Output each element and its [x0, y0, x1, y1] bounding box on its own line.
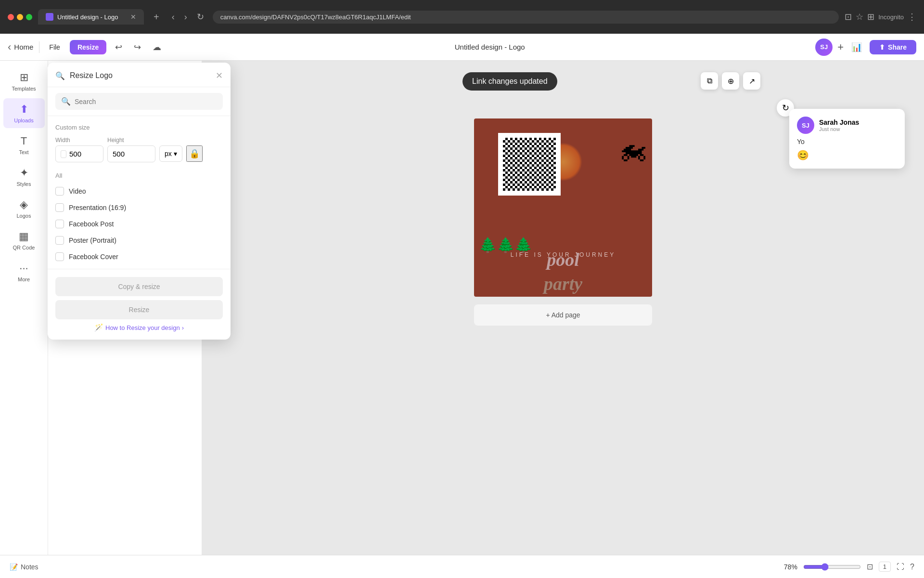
sidebar-item-qrcode[interactable]: ▦ QR Code — [3, 225, 45, 255]
wand-icon: 🪄 — [94, 323, 103, 332]
canvas-area[interactable]: Link changes updated ⧉ ⊕ ↗ ↻ 🏍 🌲🌲🌲 LIFE … — [202, 61, 924, 578]
width-input[interactable] — [69, 150, 98, 158]
notes-label: Notes — [21, 563, 38, 571]
user-avatar[interactable]: SJ — [815, 39, 833, 56]
copy-resize-btn[interactable]: Copy & resize — [55, 277, 223, 296]
sidebar-label-uploads: Uploads — [14, 118, 33, 123]
bookmark-icon[interactable]: ☆ — [856, 12, 863, 22]
header-right: SJ + 📊 ⬆ Share — [815, 39, 916, 56]
styles-icon: ✦ — [20, 167, 28, 179]
sidebar-item-text[interactable]: T Text — [3, 130, 45, 160]
sidebar-item-styles[interactable]: ✦ Styles — [3, 162, 45, 192]
canvas-card[interactable]: 🏍 🌲🌲🌲 LIFE IS YOUR JOURNEY pool party — [474, 118, 652, 297]
presentation-label: Presentation (16:9) — [69, 204, 126, 211]
comment-user-name: Sarah Jonas — [819, 118, 859, 126]
width-group: Width — [55, 137, 103, 162]
notes-btn[interactable]: 📝 Notes — [10, 563, 38, 571]
maximize-window-btn[interactable] — [26, 14, 32, 20]
copy-btn[interactable]: ⧉ — [701, 72, 718, 90]
width-input-wrapper — [55, 145, 103, 162]
add-page-btn[interactable]: + Add page — [474, 304, 652, 326]
video-label: Video — [69, 187, 86, 195]
export-btn[interactable]: ↗ — [743, 72, 760, 90]
forward-btn[interactable]: › — [181, 10, 190, 24]
search-input[interactable] — [75, 98, 217, 105]
height-input[interactable] — [113, 150, 146, 158]
comment-time: Just now — [819, 126, 859, 132]
facebook-post-label: Facebook Post — [69, 220, 114, 228]
poster-portrait-checkbox[interactable] — [55, 236, 64, 245]
resize-search-icon: 🔍 — [55, 71, 65, 80]
help-btn[interactable]: ? — [910, 563, 914, 571]
browser-navigation: ‹ › ↻ — [169, 10, 207, 24]
tab-favicon — [46, 13, 53, 21]
cloud-btn[interactable]: ☁ — [150, 40, 164, 54]
address-bar[interactable]: canva.com/design/DAFNV2ps0cQ/T17wz8eaGT6… — [213, 11, 839, 24]
file-btn[interactable]: File — [45, 41, 64, 53]
sidebar-item-more[interactable]: ··· More — [3, 257, 45, 287]
comment-emoji-btn[interactable]: 😊 — [797, 149, 897, 161]
sidebar-label-more: More — [18, 276, 30, 282]
share-label: Share — [888, 43, 907, 51]
share-btn[interactable]: ⬆ Share — [870, 40, 916, 54]
option-poster-portrait[interactable]: Poster (Portrait) — [55, 232, 223, 249]
facebook-cover-checkbox[interactable] — [55, 252, 64, 261]
sidebar-item-uploads[interactable]: ⬆ Uploads — [3, 98, 45, 128]
app-header: ‹ Home File Resize ↩ ↪ ☁ Untitled design… — [0, 34, 924, 61]
option-presentation[interactable]: Presentation (16:9) — [55, 199, 223, 216]
width-checkbox[interactable] — [61, 150, 66, 158]
facebook-post-checkbox[interactable] — [55, 220, 64, 228]
sidebar-item-logos[interactable]: ◈ Logos — [3, 194, 45, 223]
analytics-btn[interactable]: 📊 — [848, 40, 865, 54]
unit-select[interactable]: px ▾ — [159, 145, 182, 162]
poster-portrait-label: Poster (Portrait) — [69, 236, 116, 244]
comment-header: SJ Sarah Jonas Just now — [797, 117, 897, 134]
presentation-checkbox[interactable] — [55, 203, 64, 212]
duplicate-btn[interactable]: ⊕ — [722, 72, 739, 90]
resize-panel-header: 🔍 ✕ — [48, 63, 231, 87]
window-controls — [8, 14, 32, 20]
option-facebook-post[interactable]: Facebook Post — [55, 216, 223, 232]
zoom-area: 78% ⊡ 1 ⛶ ? — [784, 562, 914, 572]
sidebar-label-qrcode: QR Code — [13, 245, 35, 250]
fullscreen-btn[interactable]: ⛶ — [897, 563, 904, 571]
fit-page-btn[interactable]: ⊡ — [867, 562, 873, 571]
redo-btn[interactable]: ↪ — [131, 40, 144, 54]
resize-action-btn[interactable]: Resize — [55, 300, 223, 319]
address-text: canva.com/design/DAFNV2ps0cQ/T17wz8eaGT6… — [220, 13, 411, 21]
resize-clear-btn[interactable]: ✕ — [216, 70, 223, 81]
design-title: Untitled design - Logo — [170, 43, 809, 51]
home-btn[interactable]: ‹ Home — [8, 41, 33, 53]
lock-group: 🔒 — [186, 145, 203, 162]
profile-icon[interactable]: Incognito — [878, 13, 904, 21]
comment-avatar: SJ — [797, 117, 814, 134]
comment-text: Yo — [797, 138, 897, 145]
browser-tab[interactable]: Untitled design - Logo ✕ — [38, 9, 144, 25]
custom-size-section: Custom size Width Height px — [48, 116, 231, 166]
option-facebook-cover[interactable]: Facebook Cover — [55, 249, 223, 265]
search-box: 🔍 — [55, 93, 223, 110]
height-input-wrapper — [107, 145, 155, 162]
zoom-slider[interactable] — [803, 563, 861, 571]
minimize-window-btn[interactable] — [17, 14, 23, 20]
resize-title-input[interactable] — [70, 71, 211, 80]
cast-icon[interactable]: ⊡ — [845, 12, 852, 22]
all-label: All — [55, 172, 223, 179]
all-section: All Video Presentation (16:9) Facebook P… — [48, 166, 231, 269]
back-btn[interactable]: ‹ — [169, 10, 178, 24]
undo-btn[interactable]: ↩ — [112, 40, 125, 54]
aspect-ratio-lock-btn[interactable]: 🔒 — [186, 145, 203, 162]
option-video[interactable]: Video — [55, 183, 223, 199]
new-tab-btn[interactable]: + — [154, 12, 159, 23]
resize-btn[interactable]: Resize — [70, 40, 106, 54]
close-tab-btn[interactable]: ✕ — [130, 13, 136, 21]
add-collaborator-btn[interactable]: + — [837, 41, 844, 53]
sidebar-item-templates[interactable]: ⊞ Templates — [3, 66, 45, 96]
menu-icon[interactable]: ⋮ — [908, 12, 916, 22]
video-checkbox[interactable] — [55, 187, 64, 196]
close-window-btn[interactable] — [8, 14, 14, 20]
extension-icon[interactable]: ⊞ — [867, 12, 874, 22]
help-link[interactable]: 🪄 How to Resize your design › — [55, 323, 223, 332]
help-text: How to Resize your design — [105, 324, 180, 331]
reload-btn[interactable]: ↻ — [194, 10, 207, 24]
